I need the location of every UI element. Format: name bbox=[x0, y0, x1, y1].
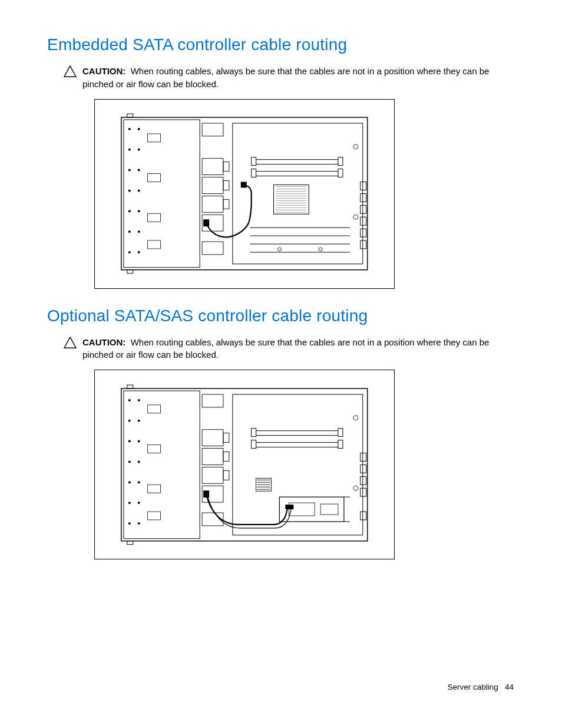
svg-rect-71 bbox=[121, 388, 368, 541]
svg-point-10 bbox=[138, 190, 140, 192]
svg-point-11 bbox=[128, 210, 131, 212]
caution-label: CAUTION: bbox=[82, 66, 125, 76]
svg-rect-123 bbox=[361, 465, 366, 473]
svg-rect-107 bbox=[252, 440, 256, 448]
svg-rect-100 bbox=[233, 394, 363, 535]
svg-rect-98 bbox=[223, 452, 229, 461]
svg-rect-87 bbox=[148, 405, 161, 413]
svg-rect-21 bbox=[202, 123, 223, 136]
svg-rect-128 bbox=[286, 505, 294, 509]
svg-rect-92 bbox=[202, 429, 223, 446]
svg-rect-23 bbox=[202, 177, 223, 194]
svg-rect-105 bbox=[252, 428, 256, 436]
svg-point-14 bbox=[138, 230, 140, 233]
svg-point-5 bbox=[128, 149, 131, 151]
footer-page-number: 44 bbox=[505, 683, 514, 691]
svg-point-74 bbox=[138, 399, 140, 401]
svg-rect-64 bbox=[361, 229, 366, 237]
caution-body: When routing cables, always be sure that… bbox=[82, 66, 489, 89]
svg-rect-63 bbox=[361, 217, 366, 225]
svg-rect-38 bbox=[338, 169, 343, 177]
caution-body: When routing cables, always be sure that… bbox=[82, 337, 489, 360]
svg-rect-68 bbox=[127, 114, 133, 117]
svg-rect-126 bbox=[361, 512, 366, 520]
svg-point-56 bbox=[278, 248, 282, 251]
svg-rect-35 bbox=[252, 157, 256, 166]
svg-rect-2 bbox=[124, 120, 200, 268]
svg-rect-125 bbox=[361, 488, 366, 496]
svg-rect-117 bbox=[320, 504, 338, 515]
svg-point-12 bbox=[138, 210, 140, 212]
svg-rect-24 bbox=[202, 196, 223, 212]
svg-point-8 bbox=[138, 169, 140, 172]
svg-rect-22 bbox=[202, 159, 223, 175]
svg-rect-27 bbox=[223, 162, 229, 172]
svg-rect-130 bbox=[127, 541, 133, 544]
svg-point-79 bbox=[128, 460, 131, 463]
svg-rect-29 bbox=[223, 199, 229, 209]
svg-point-84 bbox=[138, 502, 140, 504]
caution-block-1: CAUTION: When routing cables, always be … bbox=[64, 65, 515, 91]
svg-rect-61 bbox=[361, 193, 366, 202]
svg-rect-1 bbox=[121, 117, 368, 270]
page-footer: Server cabling 44 bbox=[447, 683, 514, 691]
svg-point-76 bbox=[138, 419, 140, 421]
svg-rect-90 bbox=[148, 512, 161, 520]
svg-point-83 bbox=[128, 502, 131, 504]
section-heading-embedded-sata: Embedded SATA controller cable routing bbox=[47, 35, 515, 54]
svg-rect-124 bbox=[361, 476, 366, 485]
svg-point-73 bbox=[128, 399, 131, 401]
svg-point-75 bbox=[128, 419, 131, 421]
svg-point-16 bbox=[138, 251, 140, 253]
caution-icon bbox=[64, 65, 77, 77]
svg-marker-70 bbox=[64, 337, 76, 347]
caution-block-2: CAUTION: When routing cables, always be … bbox=[64, 336, 515, 362]
svg-point-80 bbox=[138, 460, 140, 463]
svg-point-15 bbox=[128, 251, 131, 253]
svg-point-3 bbox=[128, 128, 131, 130]
svg-point-82 bbox=[138, 481, 140, 483]
svg-rect-26 bbox=[202, 242, 223, 255]
svg-rect-37 bbox=[252, 169, 256, 177]
svg-rect-39 bbox=[274, 185, 309, 215]
svg-point-6 bbox=[138, 149, 140, 151]
svg-point-4 bbox=[138, 128, 140, 130]
svg-rect-36 bbox=[338, 157, 343, 166]
svg-point-58 bbox=[353, 144, 358, 149]
svg-point-86 bbox=[138, 522, 140, 524]
svg-rect-93 bbox=[202, 448, 223, 465]
svg-rect-65 bbox=[361, 241, 366, 249]
svg-rect-94 bbox=[202, 467, 223, 483]
figure-embedded-sata-routing bbox=[94, 99, 395, 289]
svg-rect-108 bbox=[338, 440, 343, 448]
svg-rect-17 bbox=[148, 134, 161, 142]
svg-rect-88 bbox=[148, 444, 161, 453]
svg-point-9 bbox=[128, 190, 131, 192]
svg-marker-0 bbox=[64, 66, 76, 77]
svg-point-57 bbox=[319, 248, 322, 251]
svg-rect-19 bbox=[148, 213, 161, 222]
svg-point-78 bbox=[138, 440, 140, 442]
svg-rect-67 bbox=[241, 182, 247, 188]
figure-optional-sata-sas-routing bbox=[94, 370, 395, 559]
svg-rect-72 bbox=[124, 391, 200, 539]
svg-rect-89 bbox=[148, 485, 161, 493]
server-chassis-diagram-1 bbox=[104, 105, 385, 282]
svg-rect-20 bbox=[148, 241, 161, 249]
svg-rect-60 bbox=[361, 182, 366, 190]
caution-label: CAUTION: bbox=[82, 337, 125, 347]
svg-rect-122 bbox=[361, 453, 366, 461]
svg-rect-99 bbox=[223, 470, 229, 480]
section-heading-optional-sata-sas: Optional SATA/SAS controller cable routi… bbox=[47, 307, 515, 325]
svg-point-59 bbox=[353, 215, 358, 219]
svg-point-85 bbox=[128, 522, 131, 524]
caution-text-2: CAUTION: When routing cables, always be … bbox=[82, 336, 515, 362]
svg-rect-91 bbox=[202, 394, 223, 407]
svg-rect-18 bbox=[148, 174, 161, 182]
svg-point-13 bbox=[128, 230, 131, 233]
footer-chapter: Server cabling bbox=[447, 683, 498, 691]
svg-rect-62 bbox=[361, 205, 366, 213]
caution-text-1: CAUTION: When routing cables, always be … bbox=[82, 65, 515, 91]
svg-point-121 bbox=[353, 486, 358, 490]
svg-rect-127 bbox=[203, 490, 209, 498]
